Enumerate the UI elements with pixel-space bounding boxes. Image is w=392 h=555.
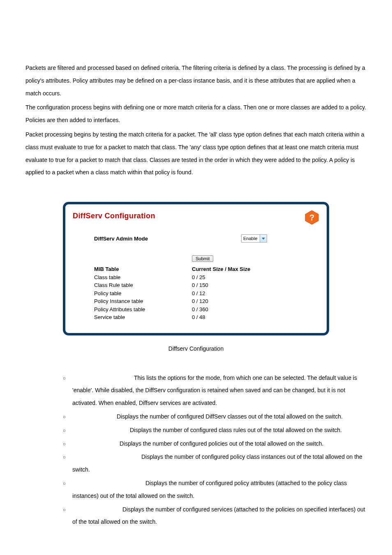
diffserv-config-panel: DiffServ Configuration ? DiffServ Admin … bbox=[63, 202, 329, 335]
mib-size-header: Current Size / Max Size bbox=[192, 265, 250, 273]
list-item: Displays the number of configured polici… bbox=[62, 437, 367, 450]
intro-paragraph-3: Packet processing begins by testing the … bbox=[25, 128, 367, 179]
list-item: Displays the number of configured policy… bbox=[62, 477, 367, 502]
definitions-list: This lists the options for the mode, fro… bbox=[25, 372, 367, 529]
definition-text: Displays the number of configured class … bbox=[130, 427, 342, 433]
intro-paragraph-1: Packets are filtered and processed based… bbox=[25, 62, 367, 99]
svg-marker-2 bbox=[262, 238, 265, 240]
mib-row-name: Policy table bbox=[94, 289, 192, 298]
mib-row-value: 0 / 360 bbox=[192, 305, 250, 314]
definition-text: Displays the number of configured servic… bbox=[72, 506, 365, 525]
mib-row-value: 0 / 12 bbox=[192, 289, 250, 298]
list-item: This lists the options for the mode, fro… bbox=[62, 372, 367, 409]
admin-mode-select[interactable]: Enable bbox=[241, 234, 267, 243]
submit-button[interactable]: Submit bbox=[192, 255, 213, 262]
mib-row-name: Class Rule table bbox=[94, 281, 192, 289]
admin-mode-label: DiffServ Admin Mode bbox=[73, 236, 192, 242]
mib-row-name: Policy Attributes table bbox=[94, 305, 192, 314]
mib-row-name: Service table bbox=[94, 313, 192, 321]
figure-caption: Diffserv Configuration bbox=[25, 345, 367, 352]
mib-row-value: 0 / 150 bbox=[192, 281, 250, 289]
mib-row-name: Policy Instance table bbox=[94, 297, 192, 305]
help-icon[interactable]: ? bbox=[304, 210, 319, 225]
svg-text:?: ? bbox=[309, 213, 314, 222]
list-item: Displays the number of configured servic… bbox=[62, 503, 367, 529]
list-item: Displays the number of configured policy… bbox=[62, 451, 367, 476]
mib-row-value: 0 / 25 bbox=[192, 273, 250, 282]
mib-row-value: 0 / 48 bbox=[192, 313, 250, 321]
definition-text: Displays the number of configured policy… bbox=[72, 480, 347, 499]
list-item: Displays the number of configured DiffSe… bbox=[62, 410, 367, 423]
definition-text: Displays the number of configured policy… bbox=[72, 453, 362, 473]
mib-row-value: 0 / 120 bbox=[192, 297, 250, 305]
panel-title: DiffServ Configuration bbox=[73, 212, 319, 220]
list-item: Displays the number of configured class … bbox=[62, 424, 367, 437]
mib-table-header: MIB Table bbox=[94, 265, 192, 273]
definition-text: Displays the number of configured DiffSe… bbox=[117, 413, 343, 420]
definition-text: This lists the options for the mode, fro… bbox=[72, 375, 357, 407]
mib-row-name: Class table bbox=[94, 273, 192, 282]
definition-text: Displays the number of configured polici… bbox=[120, 440, 324, 447]
chevron-down-icon bbox=[260, 235, 267, 242]
admin-mode-value: Enable bbox=[243, 236, 260, 241]
intro-paragraph-2: The configuration process begins with de… bbox=[25, 101, 367, 127]
